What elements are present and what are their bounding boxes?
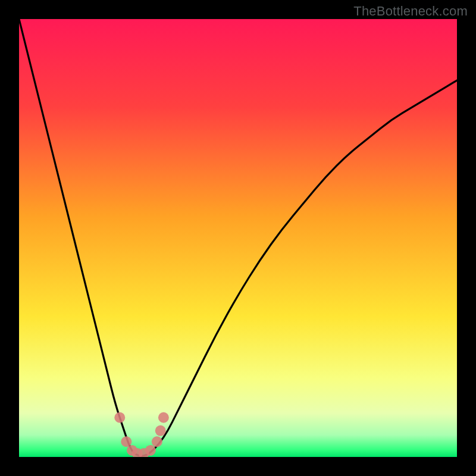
curve-marker [145, 445, 156, 456]
chart-svg [19, 19, 457, 457]
chart-frame: TheBottleneck.com [0, 0, 476, 476]
curve-marker [155, 425, 166, 436]
curve-marker [158, 412, 169, 423]
curve-marker [114, 412, 125, 423]
gradient-background [19, 19, 457, 457]
curve-marker [152, 436, 162, 447]
curve-marker [121, 436, 131, 447]
plot-area [19, 19, 457, 457]
watermark-text: TheBottleneck.com [353, 4, 468, 19]
